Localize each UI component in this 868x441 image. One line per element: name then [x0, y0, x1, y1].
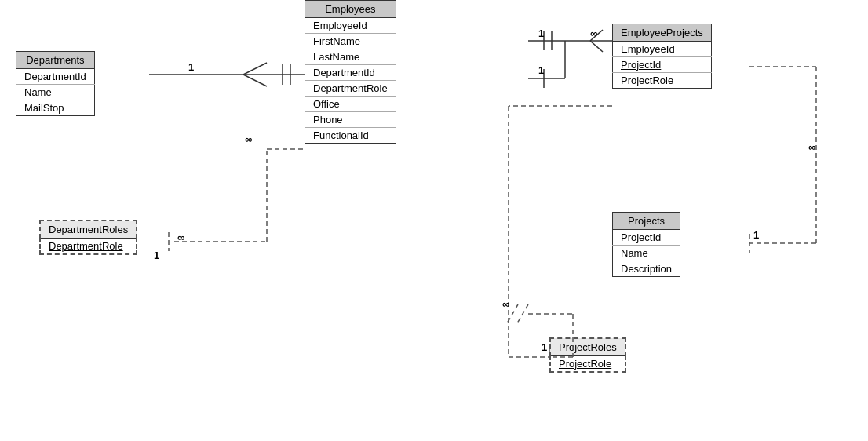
cardinality-inf-func: ∞	[502, 298, 509, 310]
dr-field-1: DepartmentRole	[40, 239, 137, 255]
departments-table: Departments DepartmentId Name MailStop	[16, 51, 95, 116]
employee-projects-title: EmployeeProjects	[613, 24, 712, 42]
employees-field-4: DepartmentId	[305, 65, 396, 81]
department-roles-title: DepartmentRoles	[40, 220, 137, 239]
project-roles-title: ProjectRoles	[550, 338, 625, 356]
project-roles-table: ProjectRoles ProjectRole	[549, 337, 626, 373]
department-roles-table: DepartmentRoles DepartmentRole	[39, 220, 137, 255]
svg-line-15	[590, 41, 603, 52]
diagram-container: Departments DepartmentId Name MailStop E…	[0, 0, 868, 441]
departments-field-3: MailStop	[16, 100, 95, 116]
employees-table: Employees EmployeeId FirstName LastName …	[305, 0, 396, 144]
employees-field-7: Phone	[305, 112, 396, 128]
cardinality-inf-ep-proj: ∞	[808, 141, 815, 153]
cardinality-inf-ep: ∞	[590, 27, 597, 39]
ep-field-1: EmployeeId	[613, 42, 712, 57]
svg-line-5	[243, 75, 267, 86]
cardinality-1-emp-ep: 1	[538, 27, 544, 39]
svg-line-4	[243, 63, 267, 75]
cardinality-1-dept-emp: 1	[188, 61, 194, 73]
employees-title: Employees	[305, 1, 396, 18]
employees-field-5: DepartmentRole	[305, 81, 396, 97]
svg-line-27	[517, 304, 528, 323]
projects-table: Projects ProjectId Name Description	[612, 212, 680, 277]
pr-field-1: ProjectRole	[550, 356, 625, 373]
employees-field-1: EmployeeId	[305, 18, 396, 34]
departments-field-1: DepartmentId	[16, 69, 95, 85]
employee-projects-table: EmployeeProjects EmployeeId ProjectId Pr…	[612, 24, 712, 89]
employees-field-8: FunctionalId	[305, 128, 396, 144]
departments-title: Departments	[16, 52, 95, 69]
cardinality-1-projR: 1	[542, 341, 547, 353]
cardinality-1-deptR: 1	[154, 250, 159, 261]
projects-field-1: ProjectId	[613, 230, 680, 246]
departments-field-2: Name	[16, 85, 95, 100]
cardinality-inf-deptR-emp: ∞	[177, 231, 184, 243]
employees-field-3: LastName	[305, 49, 396, 65]
cardinality-inf-dept-emp: ∞	[245, 133, 252, 145]
cardinality-1-emp-ep2: 1	[538, 64, 544, 76]
employees-field-6: Office	[305, 97, 396, 112]
employees-field-2: FirstName	[305, 34, 396, 49]
ep-field-2: ProjectId	[613, 57, 712, 73]
ep-field-3: ProjectRole	[613, 73, 712, 89]
projects-field-3: Description	[613, 261, 680, 277]
projects-field-2: Name	[613, 246, 680, 261]
cardinality-1-proj: 1	[753, 229, 759, 241]
projects-title: Projects	[613, 213, 680, 230]
